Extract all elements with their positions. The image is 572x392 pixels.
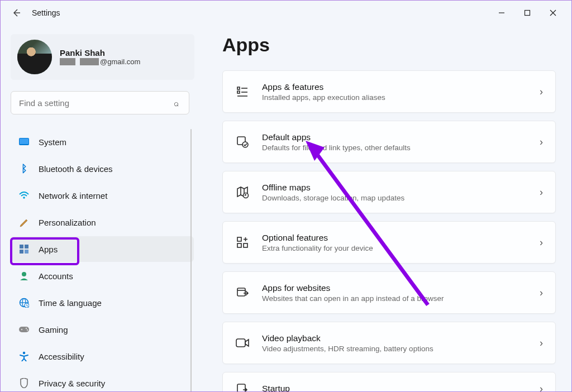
- svg-rect-33: [237, 237, 241, 241]
- sidebar-item-privacy-security[interactable]: Privacy & security: [11, 370, 194, 392]
- card-optional-features[interactable]: Optional featuresExtra functionality for…: [222, 221, 556, 264]
- personalization-icon: [18, 217, 30, 228]
- search-wrap: ⌕: [11, 91, 194, 114]
- svg-point-11: [22, 272, 26, 276]
- profile-name: Panki Shah: [60, 48, 140, 58]
- card-title: Apps for websites: [262, 283, 540, 293]
- card-subtitle: Extra functionality for your device: [262, 244, 540, 252]
- privacy-security-icon: [18, 377, 30, 389]
- card-subtitle: Video adjustments, HDR streaming, batter…: [262, 345, 540, 353]
- sidebar-item-accessibility[interactable]: Accessibility: [11, 343, 194, 369]
- svg-rect-23: [237, 87, 240, 89]
- close-button[interactable]: [540, 4, 566, 22]
- sidebar-item-apps[interactable]: Apps: [11, 236, 194, 262]
- apps-icon: [18, 243, 30, 255]
- sidebar-item-bluetooth-devices[interactable]: ᛒBluetooth & devices: [11, 156, 194, 181]
- avatar: [17, 40, 52, 74]
- system-icon: [18, 136, 30, 147]
- card-title: Video playback: [262, 333, 540, 343]
- search-input[interactable]: [11, 91, 189, 114]
- card-title: Apps & features: [262, 82, 540, 92]
- chevron-right-icon: ›: [540, 86, 543, 98]
- sidebar-item-system[interactable]: System: [11, 129, 194, 155]
- nav-label: Privacy & security: [39, 379, 105, 388]
- chevron-right-icon: ›: [540, 187, 543, 198]
- card-subtitle: Installed apps, app execution aliases: [262, 93, 540, 102]
- svg-rect-25: [237, 91, 240, 93]
- main-panel: Apps Apps & featuresInstalled apps, app …: [199, 25, 571, 391]
- svg-point-29: [242, 142, 248, 147]
- minimize-button[interactable]: [489, 4, 514, 22]
- nav-label: Accounts: [39, 271, 73, 281]
- svg-rect-40: [236, 339, 245, 347]
- nav-label: Personalization: [39, 218, 96, 227]
- chevron-right-icon: ›: [540, 383, 543, 392]
- svg-rect-8: [25, 245, 28, 248]
- svg-rect-10: [25, 250, 28, 254]
- svg-rect-9: [20, 250, 23, 254]
- svg-rect-41: [237, 384, 245, 391]
- chevron-right-icon: ›: [540, 287, 543, 299]
- page-title: Apps: [222, 34, 556, 56]
- card-title: Default apps: [262, 132, 540, 142]
- nav-label: Bluetooth & devices: [39, 164, 113, 174]
- chevron-right-icon: ›: [540, 237, 543, 248]
- web-app-icon: [235, 285, 250, 300]
- card-subtitle: Downloads, storage location, map updates: [262, 194, 540, 202]
- svg-point-21: [27, 329, 28, 331]
- card-apps-for-websites[interactable]: Apps for websitesWebsites that can open …: [222, 271, 556, 314]
- svg-point-22: [23, 352, 25, 354]
- svg-rect-1: [525, 11, 530, 16]
- chevron-right-icon: ›: [540, 337, 543, 349]
- startup-icon: [235, 381, 250, 391]
- svg-rect-7: [20, 245, 23, 248]
- chevron-right-icon: ›: [540, 136, 543, 148]
- card-startup[interactable]: Startup›: [222, 372, 556, 391]
- accessibility-icon: [18, 351, 30, 362]
- sidebar-item-gaming[interactable]: Gaming: [11, 317, 194, 342]
- card-offline-maps[interactable]: Offline mapsDownloads, storage location,…: [222, 171, 556, 213]
- window-controls: [489, 4, 566, 22]
- bluetooth-devices-icon: ᛒ: [18, 163, 30, 174]
- video-icon: [235, 336, 250, 350]
- titlebar: Settings: [1, 1, 571, 25]
- sidebar-nav: SystemᛒBluetooth & devicesNetwork & inte…: [11, 129, 194, 392]
- card-video-playback[interactable]: Video playbackVideo adjustments, HDR str…: [222, 322, 556, 364]
- network-internet-icon: [18, 190, 30, 201]
- card-title: Offline maps: [262, 183, 540, 193]
- sidebar-item-accounts[interactable]: Accounts: [11, 263, 194, 289]
- time-language-icon: [18, 297, 30, 308]
- nav-label: Network & internet: [39, 191, 107, 200]
- svg-rect-34: [237, 243, 241, 247]
- sidebar-item-personalization[interactable]: Personalization: [11, 209, 194, 235]
- card-apps-features[interactable]: Apps & featuresInstalled apps, app execu…: [222, 70, 556, 113]
- window-title: Settings: [32, 8, 60, 17]
- sidebar-item-time-language[interactable]: Time & language: [11, 290, 194, 315]
- profile-email: @gmail.com: [60, 58, 140, 66]
- default-icon: [235, 135, 250, 149]
- gaming-icon: [18, 324, 30, 335]
- sidebar: Panki Shah @gmail.com ⌕ SystemᛒBluetooth…: [1, 25, 199, 391]
- sidebar-item-network-internet[interactable]: Network & internet: [11, 183, 194, 208]
- back-button[interactable]: [6, 3, 26, 23]
- svg-point-19: [21, 329, 22, 330]
- card-title: Optional features: [262, 233, 540, 243]
- maximize-button[interactable]: [514, 4, 540, 22]
- nav-label: Time & language: [39, 298, 102, 308]
- svg-rect-5: [20, 138, 28, 144]
- accounts-icon: [18, 270, 30, 281]
- nav-label: Apps: [39, 245, 58, 254]
- nav-label: System: [39, 137, 66, 147]
- svg-point-6: [23, 197, 25, 199]
- card-subtitle: Websites that can open in an app instead…: [262, 294, 540, 303]
- card-subtitle: Defaults for file and link types, other …: [262, 144, 540, 152]
- nav-label: Gaming: [39, 325, 68, 334]
- plus-grid-icon: [235, 235, 250, 250]
- svg-rect-35: [244, 243, 247, 247]
- profile-card[interactable]: Panki Shah @gmail.com: [11, 34, 194, 80]
- card-default-apps[interactable]: Default appsDefaults for file and link t…: [222, 121, 556, 163]
- map-icon: [235, 185, 250, 199]
- svg-point-20: [26, 328, 27, 329]
- svg-rect-38: [237, 288, 245, 296]
- card-title: Startup: [262, 384, 540, 391]
